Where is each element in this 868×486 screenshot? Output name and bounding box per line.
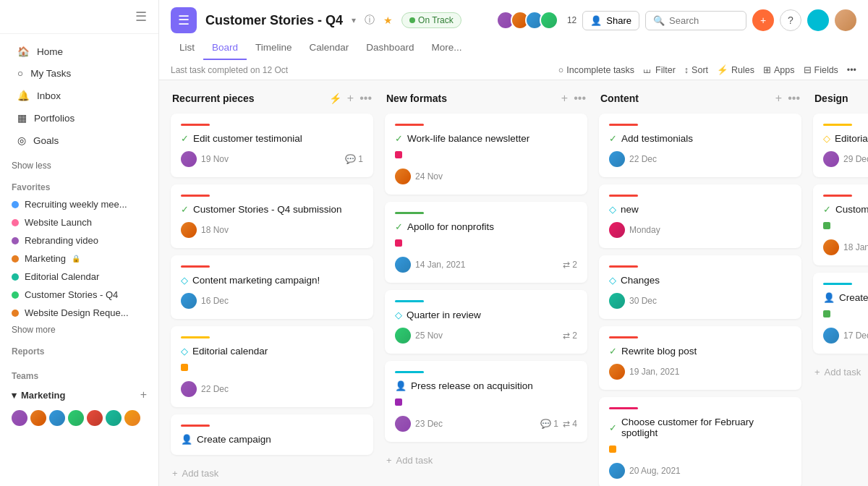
teams-section-title: Teams: [0, 362, 158, 384]
card-title: ✓Customer Stories - Q4 submission: [181, 204, 363, 215]
task-card[interactable]: ◇newMonday: [599, 184, 801, 248]
sidebar-item-goals[interactable]: ◎ Goals: [6, 129, 153, 151]
rules-button[interactable]: ⚡ Rules: [717, 64, 754, 75]
share-button[interactable]: 👤 Share: [582, 11, 639, 30]
add-card-button[interactable]: +: [347, 92, 354, 105]
show-less-toggle[interactable]: Show less: [0, 158, 158, 174]
share-icon: 👤: [590, 15, 602, 26]
tab-calendar[interactable]: Calendar: [301, 36, 358, 60]
task-card[interactable]: ◇Editorial calendar22 Dec: [171, 326, 373, 407]
avatar: [540, 11, 558, 30]
sidebar-item-editorial-calendar[interactable]: Editorial Calendar: [0, 268, 158, 286]
home-icon: 🏠: [17, 46, 30, 57]
sidebar-item-label: Editorial Calendar: [25, 271, 99, 282]
filter-button[interactable]: ⧢ Filter: [643, 65, 676, 75]
apps-button[interactable]: ⊞ Apps: [763, 64, 795, 75]
more-options-button[interactable]: •••: [847, 65, 856, 75]
task-card[interactable]: ✓Customer spo...18 Jan, 2021: [813, 184, 868, 265]
sidebar-item-recruiting-weekly-me[interactable]: Recruiting weekly mee...: [0, 195, 158, 213]
task-card[interactable]: ✓Rewrite blog post19 Jan, 2021: [599, 326, 801, 390]
card-date: 20 Aug, 2021: [629, 466, 681, 476]
column-more-button[interactable]: •••: [788, 92, 800, 105]
tab-more[interactable]: More...: [422, 36, 470, 60]
add-card-button[interactable]: +: [561, 92, 568, 105]
teams-marketing-label[interactable]: ▾ Marketing: [12, 390, 65, 401]
card-title: ◇Quarter in review: [395, 310, 577, 320]
task-card[interactable]: ✓Add testimonials22 Dec: [599, 114, 801, 177]
task-card[interactable]: ✓Customer Stories - Q4 submission18 Nov: [171, 184, 373, 248]
card-color-bar: [395, 371, 424, 373]
add-task-button[interactable]: + Add task: [385, 449, 587, 472]
complete-check-icon: ✓: [609, 346, 617, 357]
add-task-button[interactable]: + Add task: [813, 361, 868, 383]
column-title: New formats: [386, 93, 556, 104]
card-color-bar: [395, 124, 424, 126]
sidebar-item-rebranding-video[interactable]: Rebranding video: [0, 231, 158, 250]
tab-timeline[interactable]: Timeline: [247, 36, 301, 60]
search-input[interactable]: [669, 15, 741, 26]
search-box[interactable]: 🔍: [645, 11, 746, 30]
task-card[interactable]: ✓Choose customer for February spotlight2…: [599, 397, 801, 486]
task-card[interactable]: ◇Changes30 Dec: [599, 255, 801, 319]
sidebar-item-portfolios[interactable]: ▦ Portfolios: [6, 107, 153, 129]
fields-button[interactable]: ⊟ Fields: [804, 64, 838, 75]
task-card[interactable]: 👤Press release on acquisition23 Dec💬 1⇄ …: [385, 361, 587, 442]
sidebar-item-marketing[interactable]: Marketing🔒: [0, 250, 158, 268]
info-icon[interactable]: ⓘ: [365, 14, 375, 27]
card-avatar: [181, 151, 197, 167]
sidebar-item-home[interactable]: 🏠 Home: [6, 40, 153, 62]
sidebar-item-customer-stories---q[interactable]: Customer Stories - Q4: [0, 286, 158, 304]
column-more-button[interactable]: •••: [574, 92, 586, 105]
task-card[interactable]: ◇Content marketing campaign!16 Dec: [171, 255, 373, 319]
member-count: 12: [567, 15, 576, 25]
sidebar-item-inbox[interactable]: 🔔 Inbox: [6, 85, 153, 106]
add-task-button[interactable]: + Add task: [171, 462, 373, 485]
task-card[interactable]: ✓Apollo for nonprofits14 Jan, 2021⇄ 2: [385, 202, 587, 283]
task-card[interactable]: ◇Quarter in review25 Nov⇄ 2: [385, 290, 587, 354]
user-avatar[interactable]: [835, 9, 856, 31]
lightning-icon[interactable]: ⚡: [329, 93, 341, 104]
incomplete-tasks-filter[interactable]: ○ Incomplete tasks: [558, 65, 634, 75]
sidebar-item-mytasks[interactable]: ○ My Tasks: [6, 63, 153, 84]
card-right-meta: ⇄ 2: [563, 260, 577, 270]
card-tag-row: [395, 396, 577, 409]
task-card[interactable]: ◇Editorial cale...29 Dec: [813, 114, 868, 177]
task-card[interactable]: ✓Edit customer testimonial19 Nov💬 1: [171, 114, 373, 177]
card-title-text: Editorial cale...: [835, 133, 868, 144]
card-title: ◇Editorial calendar: [181, 346, 363, 357]
card-avatar: [609, 364, 625, 380]
avatar: [12, 410, 27, 426]
sort-button[interactable]: ↕ Sort: [684, 65, 708, 75]
tab-board[interactable]: Board: [203, 36, 247, 60]
card-meta: 23 Dec💬 1⇄ 4: [395, 416, 577, 432]
card-title: ✓Choose customer for February spotlight: [609, 417, 791, 438]
star-icon[interactable]: ★: [383, 14, 393, 26]
sidebar-toggle[interactable]: ☰: [135, 9, 147, 25]
task-card[interactable]: ✓Work-life balance newsletter24 Nov: [385, 114, 587, 195]
card-avatar: [609, 293, 625, 309]
column-more-button[interactable]: •••: [359, 92, 372, 105]
show-more-toggle[interactable]: Show more: [0, 322, 158, 338]
status-label: On Track: [418, 15, 454, 25]
card-date: 18 Nov: [201, 225, 229, 235]
status-badge[interactable]: On Track: [401, 12, 461, 28]
project-title: Customer Stories - Q4: [205, 13, 343, 28]
card-tag: [395, 398, 402, 406]
sidebar-item-website-launch[interactable]: Website Launch: [0, 213, 158, 231]
project-icon: ☰: [171, 7, 197, 33]
color-button[interactable]: [807, 9, 829, 31]
dots-icon: •••: [847, 65, 856, 75]
sidebar-item-website-design-reque[interactable]: Website Design Reque...: [0, 304, 158, 322]
teams-add-button[interactable]: +: [140, 388, 147, 401]
card-meta: 25 Nov⇄ 2: [395, 328, 577, 344]
task-card[interactable]: 👤Create campaign: [171, 414, 373, 455]
card-meta: 14 Jan, 2021⇄ 2: [395, 257, 577, 273]
add-button[interactable]: +: [752, 9, 774, 31]
tab-dashboard[interactable]: Dashboard: [357, 36, 422, 60]
tab-list[interactable]: List: [171, 36, 203, 60]
help-button[interactable]: ?: [780, 9, 801, 31]
task-card[interactable]: 👤Create new in...17 Dec: [813, 273, 868, 354]
sort-icon: ↕: [684, 65, 689, 75]
add-card-button[interactable]: +: [775, 92, 782, 105]
chevron-down-icon[interactable]: ▾: [352, 15, 356, 25]
